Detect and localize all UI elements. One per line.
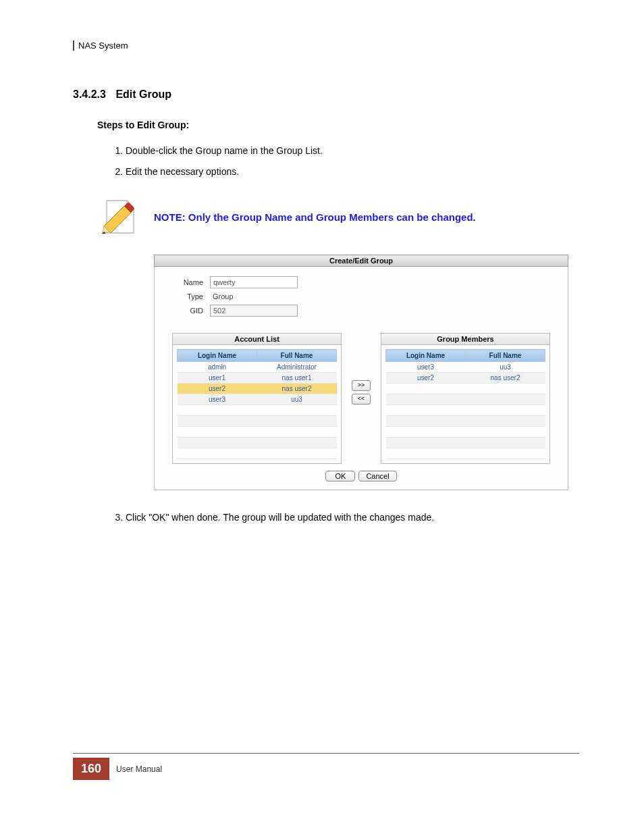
account-list-panel: Account List Login Name Full Name adminA… bbox=[172, 333, 342, 464]
gid-input: 502 bbox=[210, 305, 298, 317]
section-heading: 3.4.2.3 Edit Group bbox=[73, 88, 579, 101]
dialog-title: Create/Edit Group bbox=[154, 255, 568, 267]
remove-member-button[interactable]: << bbox=[352, 394, 371, 405]
table-row[interactable]: user1nas user1 bbox=[178, 373, 337, 384]
group-members-panel: Group Members Login Name Full Name user3… bbox=[381, 333, 550, 464]
table-row[interactable] bbox=[386, 438, 545, 448]
account-col-full[interactable]: Full Name bbox=[257, 350, 337, 362]
add-member-button[interactable]: >> bbox=[352, 380, 371, 391]
table-row[interactable] bbox=[386, 427, 545, 438]
table-row[interactable] bbox=[178, 438, 337, 448]
type-value: Group bbox=[210, 292, 234, 301]
table-row[interactable]: user3uu3 bbox=[178, 394, 337, 405]
account-col-login[interactable]: Login Name bbox=[178, 350, 257, 362]
footer-label: User Manual bbox=[116, 764, 162, 774]
section-title: Edit Group bbox=[115, 88, 171, 100]
step-item: Double-click the Group name in the Group… bbox=[126, 144, 579, 158]
table-row[interactable] bbox=[386, 416, 545, 427]
account-list-title: Account List bbox=[173, 334, 341, 345]
type-label: Type bbox=[172, 292, 210, 301]
name-label: Name bbox=[172, 278, 210, 286]
members-col-full[interactable]: Full Name bbox=[466, 350, 545, 362]
create-edit-group-dialog: Create/Edit Group Name qwerty Type Group… bbox=[154, 255, 568, 490]
header-product: NAS System bbox=[73, 41, 579, 51]
table-row[interactable]: user2nas user2 bbox=[386, 373, 545, 384]
table-row[interactable] bbox=[178, 405, 337, 416]
note-text: NOTE: Only the Group Name and Group Memb… bbox=[154, 211, 476, 223]
page-number: 160 bbox=[73, 758, 109, 780]
step-item: Click "OK" when done. The group will be … bbox=[126, 511, 579, 525]
section-number: 3.4.2.3 bbox=[73, 88, 106, 100]
ok-button[interactable]: OK bbox=[325, 471, 355, 481]
table-row[interactable]: adminAdministrator bbox=[178, 362, 337, 373]
members-col-login[interactable]: Login Name bbox=[386, 350, 466, 362]
table-row[interactable] bbox=[178, 427, 337, 438]
table-row[interactable] bbox=[386, 394, 545, 405]
table-row[interactable] bbox=[386, 384, 545, 394]
table-row[interactable]: user2nas user2 bbox=[178, 384, 337, 394]
table-row[interactable] bbox=[178, 416, 337, 427]
table-row[interactable] bbox=[178, 448, 337, 459]
steps-heading: Steps to Edit Group: bbox=[97, 120, 579, 130]
table-row[interactable]: user3uu3 bbox=[386, 362, 545, 373]
table-row[interactable] bbox=[386, 405, 545, 416]
gid-label: GID bbox=[172, 307, 210, 315]
table-row[interactable] bbox=[386, 448, 545, 459]
group-members-title: Group Members bbox=[381, 334, 549, 345]
step-item: Edit the necessary options. bbox=[126, 165, 579, 179]
footer-rule bbox=[73, 753, 579, 754]
name-input[interactable]: qwerty bbox=[210, 276, 298, 288]
cancel-button[interactable]: Cancel bbox=[358, 471, 396, 481]
note-pencil-icon bbox=[97, 195, 140, 238]
